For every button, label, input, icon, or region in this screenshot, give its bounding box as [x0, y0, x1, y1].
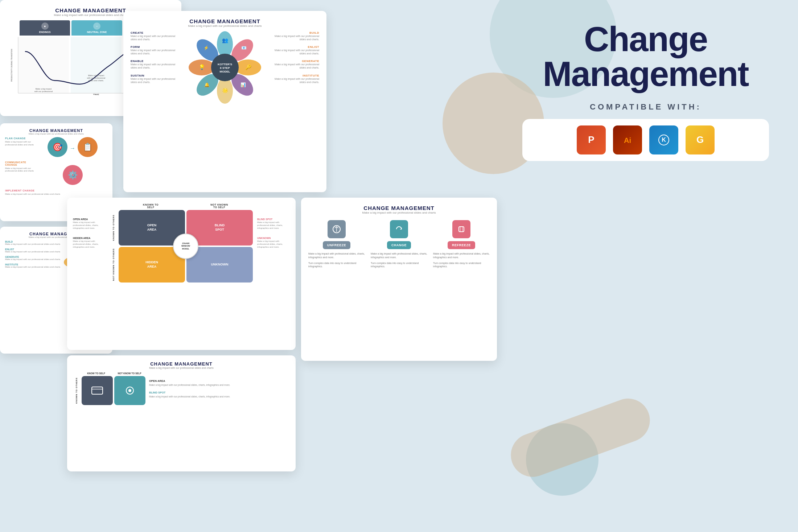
hidden-area-left: HIDDEN AREA Make a big impact with profe… [73, 237, 106, 248]
change-text1: Make a big impact with professional slid… [371, 252, 427, 259]
plan-icon: 🎯 [48, 137, 67, 157]
svg-text:🔔: 🔔 [204, 82, 210, 87]
svg-text:P: P [588, 134, 594, 145]
google-slides-icon: G [686, 125, 715, 154]
kotter-left-labels: BUILD Make a big impact with our profess… [5, 240, 61, 268]
change-text2: Turn complex data into easy to understan… [371, 261, 427, 269]
svg-text:MODEL: MODEL [220, 70, 230, 73]
svg-text:with our professional: with our professional [87, 77, 105, 79]
communicate-change-text: Make a big impact with our professional … [5, 167, 34, 173]
svg-text:Make a big impact: Make a big impact [88, 74, 104, 77]
partial-blind-text: BLIND SPOT Make a big impact with our pr… [149, 391, 290, 398]
partial-row-label: KNOWN TO OTHERS [73, 376, 80, 405]
powerpoint-icon: P [577, 125, 606, 154]
svg-rect-7 [71, 37, 122, 93]
svg-text:8 STEP: 8 STEP [220, 66, 230, 70]
unfreeze-icon [328, 220, 346, 238]
svg-text:G: G [696, 134, 704, 145]
svg-text:Make a big impact: Make a big impact [36, 88, 52, 90]
plan-change-title: PLAN CHANGE [5, 137, 34, 140]
change-icon [390, 220, 408, 238]
svg-text:Ai: Ai [624, 136, 631, 144]
slide2-title: CHANGE MANAGEMENT [5, 128, 107, 133]
neutral-label: NEUTRAL ZONE [87, 31, 107, 33]
slide6-subtitle: Make a big impact with our professional … [73, 367, 290, 369]
slide-kotter-full: CHANGE MANAGEMENT Make a big impact with… [123, 11, 326, 192]
refreeze-text2: Turn complex data into easy to understan… [433, 261, 490, 269]
partial-open-cell [82, 376, 113, 405]
unfreeze-col: UNFREEZE Make a big impact with professi… [308, 220, 365, 268]
institute-item: INSTITUTE Make a big impact with our pro… [5, 263, 61, 268]
enlist-item-full: ENLIST Make a big impact with our profes… [272, 45, 319, 55]
partial-open-text: OPEN AREA Make a big impact with our pro… [149, 379, 290, 387]
kotter-full-layout: CREATE Make a big impact with our profes… [131, 31, 319, 104]
kotter-left-col: BUILD Make a big impact with our profess… [272, 31, 319, 84]
svg-point-56 [128, 389, 131, 392]
svg-text:PRODUCTIVITY DURING TRANSITION: PRODUCTIVITY DURING TRANSITION [11, 49, 13, 82]
johari-partial-grid: KNOW TO SELF NOT KNOW TO SELF KNOWN TO O… [73, 372, 145, 405]
svg-text:🌟: 🌟 [222, 87, 229, 94]
johari-center-label: JOHARIWINDOWMODEL [173, 234, 198, 259]
slide7-subtitle: Make a big impact with our professional … [308, 211, 490, 214]
build-item-full: BUILD Make a big impact with our profess… [272, 31, 319, 41]
three-col-layout: UNFREEZE Make a big impact with professi… [308, 220, 490, 268]
slide7-title: CHANGE MANAGEMENT [308, 205, 490, 211]
slide2-subtitle: Make a big impact with our professional … [5, 133, 107, 135]
refreeze-text1: Make a big impact with professional slid… [433, 252, 490, 259]
unfreeze-badge: UNFREEZE [323, 241, 351, 249]
known-others-label: KNOWN TO OTHERS [110, 210, 117, 246]
slide-johari-partial: CHANGE MANAGEMENT Make a big impact with… [67, 355, 296, 471]
svg-text:with our professional: with our professional [34, 90, 53, 92]
institute-item-full: INSTITUTE Make a big impact with our pro… [272, 74, 319, 84]
compatible-label: COMPATIBLE WITH: [522, 102, 769, 112]
refreeze-icon [452, 220, 470, 238]
svg-text:KOTTER'S: KOTTER'S [218, 63, 233, 66]
keynote-icon: K [649, 125, 678, 154]
change-badge: CHANGE [387, 241, 411, 249]
sustain-item: SUSTAIN Make a big impact with our profe… [131, 74, 178, 84]
johari-top-headers: KNOWN TOSELF NOT KNOWNTO SELF [117, 203, 253, 209]
unknown-right: UNKNOWN Make a big impact with professio… [257, 237, 290, 248]
blind-spot-right: BLIND SPOT Make a big impact with profes… [257, 218, 290, 230]
johari-grid-with-labels: KNOWN TO OTHERS NOT KNOWN TO OTHERS OPEN… [110, 210, 253, 283]
implement-change-text: Make a big impact with our professional … [5, 193, 107, 196]
build-item: BUILD Make a big impact with our profess… [5, 240, 61, 245]
open-area-left: OPEN AREA Make a big impact with profess… [73, 218, 106, 230]
johari-partial-layout: KNOW TO SELF NOT KNOW TO SELF KNOWN TO O… [73, 372, 290, 405]
svg-rect-53 [92, 387, 103, 394]
johari-row-labels: KNOWN TO OTHERS NOT KNOWN TO OTHERS [110, 210, 117, 283]
form-item: FORM Make a big impact with our professi… [131, 45, 178, 55]
communicate-icon: 📋 [78, 137, 98, 157]
illustrator-icon: Ai [613, 125, 642, 154]
generate-item: GENERATE Make a big impact with our prof… [5, 256, 61, 260]
partial-headers: KNOW TO SELF NOT KNOW TO SELF [80, 372, 145, 375]
slide3-title: CHANGE MANAGEMENT [131, 18, 319, 24]
svg-text:⚡: ⚡ [203, 45, 209, 50]
slide-unfreeze: CHANGE MANAGEMENT Make a big impact with… [301, 198, 497, 361]
svg-point-33 [217, 31, 233, 57]
refreeze-col: REFREEZE Make a big impact with professi… [433, 220, 490, 268]
svg-rect-58 [459, 227, 464, 232]
unfreeze-text2: Turn complex data into easy to understan… [308, 261, 365, 269]
svg-text:K: K [662, 137, 666, 143]
svg-text:TIME: TIME [93, 94, 99, 95]
svg-text:👥: 👥 [222, 37, 229, 44]
partial-blind-cell [114, 376, 145, 405]
endings-label: ENDINGS [39, 31, 51, 33]
implement-change-title: IMPLEMENT CHANGE [5, 189, 107, 192]
svg-text:slides and charts.: slides and charts. [89, 79, 104, 82]
svg-text:💡: 💡 [199, 64, 205, 70]
software-icons: P Ai K G [522, 119, 769, 161]
johari-cells: OPENAREA BLINDSPOT HIDDENAREA UNKNOWN JO… [119, 210, 253, 283]
slide-johari: OPEN AREA Make a big impact with profess… [67, 198, 296, 350]
slide3-subtitle: Make a big impact with our professional … [131, 24, 319, 28]
johari-layout: OPEN AREA Make a big impact with profess… [73, 203, 290, 283]
johari-left-side: OPEN AREA Make a big impact with profess… [73, 203, 106, 283]
implement-icon: ⚙️ [63, 165, 83, 185]
refreeze-badge: REFREEZE [448, 241, 475, 249]
svg-rect-6 [18, 37, 69, 93]
unfreeze-text1: Make a big impact with professional slid… [308, 252, 365, 259]
enable-item: ENABLE Make a big impact with our profes… [131, 59, 178, 69]
partial-text-labels: OPEN AREA Make a big impact with our pro… [149, 372, 290, 398]
svg-text:🔑: 🔑 [245, 64, 252, 70]
